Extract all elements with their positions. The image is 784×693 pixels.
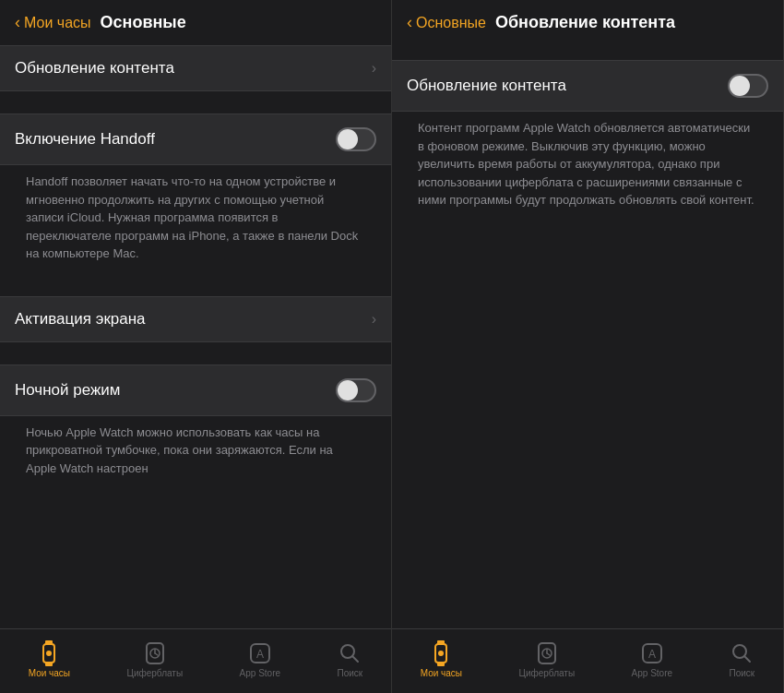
content-update-description-block: Контент программ Apple Watch обновляется… (403, 112, 772, 221)
row-label-screen-activation: Активация экрана (15, 310, 146, 329)
tab-icon-search-screen2 (730, 641, 754, 665)
spacer-s2-1 (392, 42, 783, 56)
header-general: ‹ Мои часы Основные (0, 0, 391, 42)
toggle-track-night-mode (336, 378, 376, 402)
svg-rect-14 (437, 663, 445, 666)
section-handoff: Включение Handoff Handoff позволяет нача… (0, 114, 391, 274)
handoff-description-text: Handoff позволяет начать что-то на одном… (26, 173, 365, 263)
content-update-description-text: Контент программ Apple Watch обновляется… (418, 119, 757, 209)
toggle-thumb-night-mode (338, 380, 358, 400)
toggle-night-mode[interactable] (336, 378, 376, 402)
header-content-update: ‹ Основные Обновление контента (392, 0, 783, 42)
screen-content-update: ‹ Основные Обновление контента Обновлени… (392, 0, 784, 693)
tab-label-appstore-screen2: App Store (632, 668, 672, 678)
night-mode-description-block: Ночью Apple Watch можно использовать как… (11, 416, 380, 489)
chevron-right-icon-activation: › (372, 311, 376, 328)
tab-faces-screen1[interactable]: Циферблаты (120, 636, 191, 684)
night-mode-description-text: Ночью Apple Watch можно использовать как… (26, 424, 365, 478)
tab-label-faces-screen2: Циферблаты (519, 668, 576, 678)
spacer2 (0, 278, 391, 293)
svg-point-15 (438, 651, 444, 656)
page-title-content-update: Обновление контента (495, 13, 675, 32)
tab-icon-faces-screen1 (143, 641, 167, 665)
handoff-description-block: Handoff позволяет начать что-то на одном… (11, 165, 380, 274)
tab-label-search-screen1: Поиск (338, 668, 363, 678)
row-content-update-toggle[interactable]: Обновление контента (392, 60, 783, 112)
toggle-thumb-content-update (730, 76, 750, 96)
toggle-content-update[interactable] (728, 74, 768, 98)
tab-bar-screen1: Мои часы Циферблаты A App Store (0, 628, 391, 693)
toggle-track-content-update (728, 74, 768, 98)
tab-search-screen2[interactable]: Поиск (722, 636, 763, 684)
tab-my-watch-screen1[interactable]: Мои часы (21, 636, 77, 684)
row-label-handoff: Включение Handoff (15, 130, 155, 149)
svg-line-7 (155, 653, 158, 655)
tab-label-faces-screen1: Циферблаты (127, 668, 184, 678)
svg-line-11 (352, 656, 358, 662)
tab-icon-appstore-screen2: A (640, 641, 664, 665)
section-content-update-toggle: Обновление контента Контент программ App… (392, 60, 783, 221)
tab-bar-screen2: Мои часы Циферблаты A App Store (392, 628, 783, 693)
screen-general: ‹ Мои часы Основные Обновление контента … (0, 0, 392, 693)
spacer3 (0, 346, 391, 361)
tab-faces-screen2[interactable]: Циферблаты (512, 636, 583, 684)
back-label-general: Основные (416, 15, 486, 31)
back-button-mywatch[interactable]: ‹ Мои часы (15, 13, 91, 32)
tab-icon-appstore-screen1: A (248, 641, 272, 665)
content-general: Обновление контента › Включение Handoff … (0, 42, 391, 628)
row-label-night-mode: Ночной режим (15, 381, 121, 400)
tab-label-my-watch-screen1: Мои часы (29, 668, 70, 678)
tab-label-appstore-screen1: App Store (240, 668, 280, 678)
tab-search-screen1[interactable]: Поиск (330, 636, 371, 684)
tab-icon-search-screen1 (338, 641, 362, 665)
row-content-update[interactable]: Обновление контента › (0, 45, 391, 91)
svg-line-19 (547, 653, 550, 655)
row-night-mode[interactable]: Ночной режим (0, 364, 391, 416)
tab-appstore-screen2[interactable]: A App Store (624, 636, 680, 684)
svg-text:A: A (256, 648, 264, 661)
row-screen-activation[interactable]: Активация экрана › (0, 296, 391, 342)
row-label-content-update-toggle: Обновление контента (407, 77, 566, 95)
svg-text:A: A (648, 648, 656, 661)
tab-icon-my-watch-screen2 (429, 641, 453, 665)
row-label-content-update: Обновление контента (15, 59, 174, 78)
toggle-thumb-handoff (338, 129, 358, 149)
tab-label-my-watch-screen2: Мои часы (421, 668, 462, 678)
back-chevron-icon: ‹ (15, 13, 20, 32)
tab-label-search-screen2: Поиск (730, 668, 755, 678)
back-button-general[interactable]: ‹ Основные (407, 13, 486, 32)
tab-icon-my-watch-screen1 (37, 641, 61, 665)
content-update-section: Обновление контента Контент программ App… (392, 42, 783, 628)
page-title-general: Основные (101, 13, 186, 32)
toggle-track-handoff (336, 127, 376, 151)
row-handoff[interactable]: Включение Handoff (0, 114, 391, 165)
tab-my-watch-screen2[interactable]: Мои часы (413, 636, 469, 684)
tab-icon-faces-screen2 (535, 641, 559, 665)
svg-point-3 (46, 651, 52, 656)
toggle-handoff[interactable] (336, 127, 376, 151)
back-chevron-icon-2: ‹ (407, 13, 412, 32)
chevron-right-icon: › (372, 60, 376, 77)
back-label-mywatch: Мои часы (24, 15, 91, 31)
section-night-mode: Ночной режим Ночью Apple Watch можно исп… (0, 364, 391, 489)
section-content-update: Обновление контента › (0, 45, 391, 91)
svg-line-23 (744, 656, 750, 662)
section-screen-activation: Активация экрана › (0, 296, 391, 342)
spacer1 (0, 95, 391, 110)
svg-rect-2 (45, 663, 53, 666)
tab-appstore-screen1[interactable]: A App Store (232, 636, 288, 684)
svg-rect-13 (437, 640, 445, 644)
svg-rect-1 (45, 640, 53, 644)
